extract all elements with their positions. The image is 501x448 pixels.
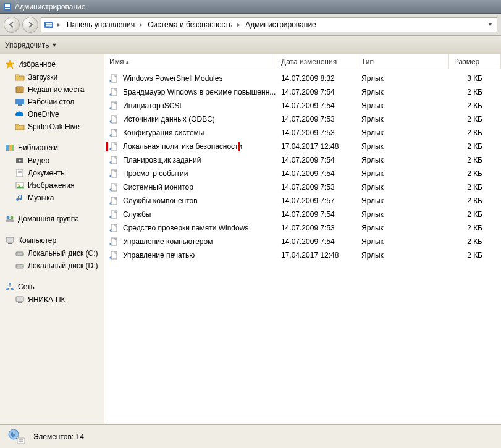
address-dropdown[interactable]: ▾ — [486, 21, 494, 28]
nav-item-recent[interactable]: Недавние места — [0, 83, 104, 96]
column-header-date[interactable]: Дата изменения — [276, 54, 356, 69]
file-date: 14.07.2009 7:57 — [276, 197, 356, 205]
file-row[interactable]: Средство проверки памяти Windows14.07.20… — [104, 221, 501, 235]
column-header-type[interactable]: Тип — [356, 54, 449, 69]
file-size: 2 КБ — [449, 142, 501, 151]
svg-point-20 — [18, 184, 20, 186]
nav-item-pictures[interactable]: Изображения — [0, 179, 104, 192]
address-icon — [44, 20, 54, 30]
nav-item-videos[interactable]: Видео — [0, 154, 104, 167]
file-row[interactable]: Источники данных (ODBC)14.07.2009 7:53Яр… — [104, 112, 501, 126]
nav-header-libraries[interactable]: Библиотеки — [0, 142, 104, 154]
file-size: 2 КБ — [449, 224, 501, 232]
forward-button[interactable] — [22, 17, 38, 33]
file-row[interactable]: Локальная политика безопасности17.04.201… — [104, 140, 501, 153]
nav-item-label: OneDrive — [28, 110, 59, 119]
nav-header-favorites[interactable]: Избранное — [0, 58, 104, 71]
column-header-label: Имя — [109, 57, 124, 66]
nav-item-network-pc[interactable]: ЯНИКА-ПК — [0, 294, 104, 306]
back-button[interactable] — [4, 17, 20, 33]
shortcut-icon — [109, 155, 119, 165]
file-size: 2 КБ — [449, 101, 501, 110]
nav-item-label: Изображения — [28, 181, 74, 190]
column-header-size[interactable]: Размер — [449, 54, 501, 69]
file-list[interactable]: Windows PowerShell Modules14.07.2009 8:3… — [104, 69, 501, 424]
file-row[interactable]: Просмотр событий14.07.2009 7:54Ярлык2 КБ — [104, 167, 501, 180]
nav-header-homegroup[interactable]: Домашняя группа — [0, 213, 104, 226]
desktop-icon — [15, 97, 25, 107]
picture-icon — [15, 180, 25, 190]
svg-rect-41 — [111, 156, 117, 164]
file-row[interactable]: Управление печатью17.04.2017 12:48Ярлык2… — [104, 248, 501, 262]
nav-item-drive-d[interactable]: Локальный диск (D:) — [0, 260, 104, 272]
file-date: 14.07.2009 7:54 — [276, 156, 356, 164]
titlebar: Администрирование — [0, 0, 501, 14]
file-date: 17.04.2017 12:48 — [276, 251, 356, 260]
shortcut-icon — [109, 182, 119, 192]
organize-button[interactable]: Упорядочить ▼ — [5, 41, 57, 49]
nav-item-label: Рабочий стол — [28, 98, 74, 106]
nav-header-network[interactable]: Сеть — [0, 281, 104, 294]
file-row[interactable]: Брандмауэр Windows в режиме повышенн...1… — [104, 85, 501, 99]
file-size: 2 КБ — [449, 129, 501, 137]
file-type: Ярлык — [356, 156, 449, 164]
shortcut-icon — [109, 209, 119, 219]
computer-icon — [15, 295, 25, 305]
recent-icon — [15, 85, 25, 95]
file-row[interactable]: Windows PowerShell Modules14.07.2009 8:3… — [104, 72, 501, 85]
svg-rect-48 — [111, 251, 117, 259]
file-row[interactable]: Управление компьютером14.07.2009 7:54Ярл… — [104, 235, 501, 248]
file-row[interactable]: Конфигурация системы14.07.2009 7:53Ярлык… — [104, 126, 501, 140]
svg-rect-52 — [19, 441, 23, 442]
nav-header-label: Домашняя группа — [18, 214, 79, 223]
nav-item-label: SpiderOak Hive — [28, 122, 80, 131]
svg-rect-38 — [111, 116, 117, 123]
breadcrumb-item[interactable]: Администрирование — [243, 19, 318, 30]
svg-rect-9 — [15, 99, 24, 104]
file-date: 14.07.2009 7:53 — [276, 115, 356, 124]
nav-item-desktop[interactable]: Рабочий стол — [0, 96, 104, 108]
drive-icon — [15, 261, 25, 271]
svg-rect-6 — [46, 25, 52, 27]
svg-rect-42 — [111, 170, 117, 177]
nav-item-label: Локальный диск (D:) — [28, 261, 98, 270]
file-row[interactable]: Планировщик заданий14.07.2009 7:54Ярлык2… — [104, 153, 501, 167]
chevron-down-icon: ▼ — [51, 42, 57, 48]
svg-rect-44 — [111, 197, 117, 205]
file-row[interactable]: Службы компонентов14.07.2009 7:57Ярлык2 … — [104, 194, 501, 208]
file-date: 14.07.2009 8:32 — [276, 74, 356, 83]
file-row[interactable]: Инициатор iSCSI14.07.2009 7:54Ярлык2 КБ — [104, 99, 501, 112]
file-name: Службы компонентов — [123, 197, 198, 205]
file-size: 2 КБ — [449, 169, 501, 178]
svg-rect-47 — [111, 238, 117, 245]
column-header-name[interactable]: Имя ▴ — [104, 54, 276, 69]
nav-item-music[interactable]: Музыка — [0, 192, 104, 204]
breadcrumb-item[interactable]: Система и безопасность — [145, 19, 235, 30]
svg-rect-39 — [111, 129, 117, 137]
address-bar[interactable]: ▸ Панель управления ▸ Система и безопасн… — [41, 17, 497, 32]
nav-item-downloads[interactable]: Загрузки — [0, 71, 104, 83]
file-name: Средство проверки памяти Windows — [123, 224, 248, 232]
file-size: 2 КБ — [449, 197, 501, 205]
svg-rect-3 — [5, 8, 10, 9]
file-name: Конфигурация системы — [123, 129, 204, 137]
shortcut-icon — [109, 87, 119, 97]
file-date: 14.07.2009 7:54 — [276, 210, 356, 219]
nav-item-documents[interactable]: Документы — [0, 167, 104, 179]
nav-item-drive-c[interactable]: Локальный диск (C:) — [0, 247, 104, 260]
svg-rect-43 — [111, 184, 117, 191]
svg-rect-2 — [5, 6, 10, 7]
file-row[interactable]: Службы14.07.2009 7:54Ярлык2 КБ — [104, 208, 501, 221]
column-header-label: Размер — [454, 57, 479, 66]
nav-header-computer[interactable]: Компьютер — [0, 234, 104, 247]
nav-header-label: Компьютер — [18, 236, 56, 245]
nav-header-label: Библиотеки — [18, 143, 58, 152]
shortcut-icon — [109, 237, 119, 247]
nav-item-spideroak[interactable]: SpiderOak Hive — [0, 120, 104, 133]
file-type: Ярлык — [356, 183, 449, 192]
svg-point-22 — [11, 216, 14, 219]
breadcrumb-item[interactable]: Панель управления — [64, 19, 137, 30]
nav-item-onedrive[interactable]: OneDrive — [0, 108, 104, 120]
file-row[interactable]: Системный монитор14.07.2009 7:53Ярлык2 К… — [104, 180, 501, 194]
shortcut-icon — [109, 250, 119, 260]
